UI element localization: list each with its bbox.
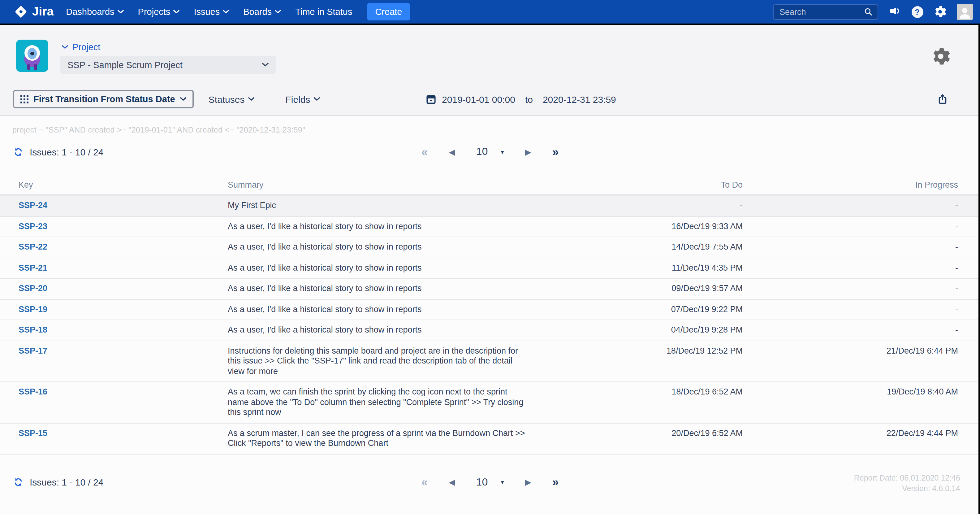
top-nav-bar: Jira DashboardsProjectsIssuesBoardsTime … — [0, 0, 980, 25]
issue-summary: Instructions for deleting this sample bo… — [228, 346, 528, 377]
issue-summary: As a user, I'd like a historical story t… — [228, 263, 528, 273]
settings-gear-icon[interactable] — [934, 6, 946, 18]
search-box[interactable] — [773, 4, 878, 19]
pagination: 10 — [0, 140, 980, 163]
statuses-dropdown[interactable]: Statuses — [208, 94, 255, 104]
nav-item-dashboards[interactable]: Dashboards — [66, 7, 124, 17]
issue-key-link[interactable]: SSP-16 — [19, 387, 228, 397]
issue-key-link[interactable]: SSP-18 — [19, 325, 228, 335]
chevron-down-icon — [262, 62, 269, 67]
jql-query-text: project = "SSP" AND created >= "2019-01-… — [13, 126, 980, 134]
first-page-icon[interactable] — [421, 476, 428, 488]
last-page-icon[interactable] — [552, 146, 558, 158]
search-input[interactable] — [778, 6, 864, 17]
last-page-icon[interactable] — [552, 476, 558, 488]
caret-down-icon — [501, 479, 504, 485]
chevron-down-icon — [173, 10, 180, 14]
page-size-value: 10 — [476, 145, 488, 158]
table-row: SSP-16 As a team, we can finish the spri… — [0, 382, 980, 423]
table-header-row: Key Summary To Do In Progress — [0, 175, 980, 196]
issue-inprogress-date: - — [743, 242, 958, 252]
date-to-label: to — [525, 94, 533, 104]
issue-summary: As a scrum master, I can see the progres… — [228, 428, 528, 449]
nav-item-boards[interactable]: Boards — [243, 7, 281, 17]
jira-logo-icon — [14, 4, 29, 19]
issue-inprogress-date: - — [743, 263, 958, 273]
column-header-inprogress: In Progress — [743, 180, 958, 189]
issue-summary: As a user, I'd like a historical story t… — [228, 325, 528, 335]
window-edge — [978, 25, 980, 514]
issue-summary: As a team, we can finish the sprint by c… — [228, 387, 528, 418]
project-select[interactable]: SSP - Sample Scrum Project — [60, 56, 276, 74]
first-page-icon[interactable] — [421, 146, 428, 158]
issue-key-link[interactable]: SSP-23 — [19, 221, 228, 231]
report-type-label: First Transition From Status Date — [33, 94, 175, 104]
date-range-picker[interactable]: 2019-01-01 00:00 to 2020-12-31 23:59 — [426, 89, 616, 109]
issue-todo-date: 11/Dec/19 4:35 PM — [532, 263, 743, 273]
table-row: SSP-24 My First Epic - - — [0, 196, 980, 216]
issue-key-link[interactable]: SSP-19 — [19, 304, 228, 314]
table-row: SSP-19 As a user, I'd like a historical … — [0, 299, 980, 320]
table-row: SSP-20 As a user, I'd like a historical … — [0, 279, 980, 299]
table-row: SSP-22 As a user, I'd like a historical … — [0, 237, 980, 258]
issue-key-link[interactable]: SSP-17 — [19, 346, 228, 356]
project-section-toggle[interactable]: Project — [62, 42, 100, 52]
announcements-icon[interactable] — [888, 6, 901, 18]
top-controls-row: Issues: 1 - 10 / 24 10 — [0, 140, 980, 163]
grid-icon — [21, 95, 29, 103]
bottom-controls-row: Issues: 1 - 10 / 24 10 Report Date: 06.0… — [0, 471, 980, 493]
nav-item-projects[interactable]: Projects — [138, 7, 180, 17]
issue-inprogress-date: - — [743, 284, 958, 294]
next-page-icon[interactable] — [525, 148, 531, 156]
issue-key-link[interactable]: SSP-24 — [19, 201, 228, 211]
search-icon — [864, 8, 872, 16]
project-select-value: SSP - Sample Scrum Project — [67, 60, 183, 70]
next-page-icon[interactable] — [525, 478, 531, 486]
issue-key-link[interactable]: SSP-21 — [19, 263, 228, 273]
chevron-down-icon — [118, 10, 124, 14]
issue-key-link[interactable]: SSP-20 — [19, 284, 228, 294]
nav-item-label: Projects — [138, 7, 170, 17]
help-icon[interactable]: ? — [911, 6, 923, 18]
table-row: SSP-18 As a user, I'd like a historical … — [0, 320, 980, 341]
column-header-summary: Summary — [228, 180, 532, 189]
issue-todo-date: 18/Dec/19 12:52 PM — [532, 346, 743, 356]
chevron-down-icon — [275, 10, 281, 14]
issue-inprogress-date: - — [743, 201, 958, 211]
issue-inprogress-date: 21/Dec/19 6:44 PM — [743, 346, 958, 356]
report-meta: Report Date: 06.01.2020 12:46 Version: 4… — [854, 473, 960, 494]
nav-right-cluster: ? — [773, 4, 972, 20]
report-settings-gear-icon[interactable] — [931, 47, 950, 65]
column-header-todo: To Do — [532, 180, 743, 189]
fields-dropdown[interactable]: Fields — [285, 94, 320, 104]
table-body: SSP-24 My First Epic - - SSP-23 As a use… — [0, 196, 980, 454]
report-toolbar: First Transition From Status Date Status… — [13, 89, 980, 109]
pagination: 10 — [0, 471, 980, 493]
calendar-icon — [426, 94, 436, 105]
issues-table: Key Summary To Do In Progress SSP-24 My … — [0, 175, 980, 454]
brand-name: Jira — [32, 5, 54, 19]
report-date-text: Report Date: 06.01.2020 12:46 — [854, 473, 960, 483]
issue-todo-date: 18/Dec/19 6:52 AM — [532, 387, 743, 397]
issue-key-link[interactable]: SSP-15 — [19, 428, 228, 439]
nav-item-issues[interactable]: Issues — [194, 7, 229, 17]
nav-item-time-in-status[interactable]: Time in Status — [295, 7, 352, 17]
page-size-dropdown[interactable]: 10 — [476, 145, 504, 158]
issue-key-link[interactable]: SSP-22 — [19, 242, 228, 252]
export-icon[interactable] — [937, 93, 948, 105]
issue-inprogress-date: 19/Dec/19 8:40 AM — [743, 387, 958, 397]
chevron-down-icon — [314, 97, 320, 101]
page-size-dropdown[interactable]: 10 — [476, 476, 504, 488]
previous-page-icon[interactable] — [449, 148, 455, 156]
chevron-down-icon — [248, 97, 255, 101]
create-button[interactable]: Create — [367, 3, 410, 21]
issue-summary: As a user, I'd like a historical story t… — [228, 304, 528, 314]
table-row: SSP-17 Instructions for deleting this sa… — [0, 341, 980, 382]
user-avatar[interactable] — [956, 4, 972, 20]
jira-home-link[interactable]: Jira — [14, 4, 54, 19]
previous-page-icon[interactable] — [449, 478, 455, 486]
report-type-dropdown[interactable]: First Transition From Status Date — [13, 90, 194, 109]
issue-summary: As a user, I'd like a historical story t… — [228, 221, 528, 231]
issue-todo-date: 04/Dec/19 9:28 PM — [532, 325, 743, 335]
issue-inprogress-date: - — [743, 304, 958, 314]
